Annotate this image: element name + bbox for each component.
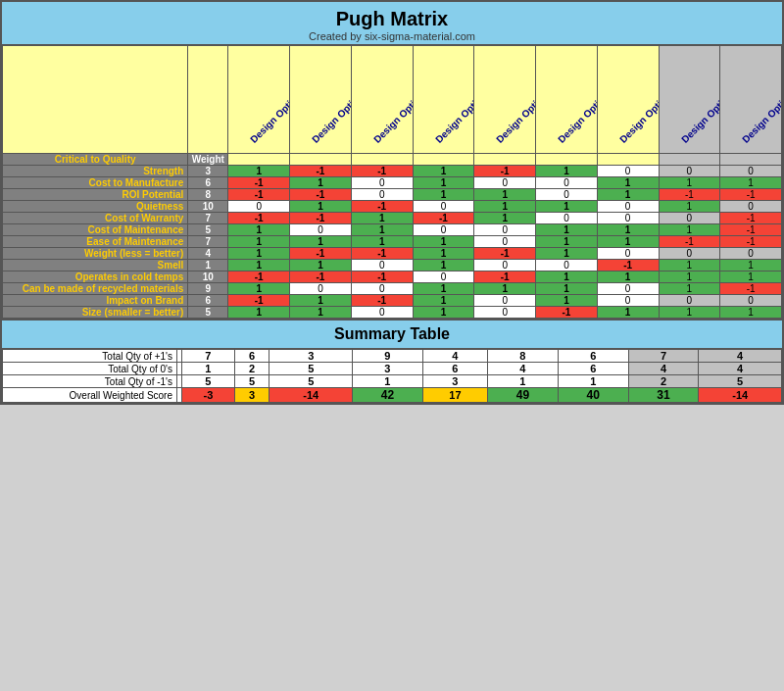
data-cell: 0: [536, 189, 598, 201]
data-cell: 0: [351, 260, 413, 271]
header-option-9: Design Option 9: [720, 46, 782, 154]
row-label-5: Cost of Maintenance: [3, 224, 188, 236]
row-weight-11: 6: [188, 295, 228, 307]
row-label-9: Operates in cold temps: [3, 271, 188, 283]
main-title: Pugh Matrix: [2, 8, 782, 30]
data-cell: 0: [597, 166, 659, 177]
summary-val-cell: 6: [422, 363, 487, 375]
data-cell: 0: [659, 295, 720, 307]
table-row: Strength31-1-11-11000: [3, 166, 782, 177]
table-row: Cost of Warranty7-1-11-11000-1: [3, 213, 782, 224]
summary-val-cell: -14: [270, 388, 353, 403]
data-cell: 1: [720, 307, 782, 319]
summary-label-0: Total Qty of +1's: [3, 350, 177, 363]
data-cell: 0: [597, 283, 659, 295]
row-weight-6: 7: [188, 236, 228, 248]
summary-val-cell: 49: [488, 388, 559, 403]
summary-label-3: Overall Weighted Score: [3, 388, 177, 403]
table-row: Quietness1001-1011010: [3, 201, 782, 213]
row-weight-9: 10: [188, 271, 228, 283]
data-cell: -1: [351, 248, 413, 260]
data-cell: 1: [659, 177, 720, 189]
data-cell: -1: [351, 271, 413, 283]
header-option-8: Design Option 8: [659, 46, 720, 154]
data-cell: 0: [720, 295, 782, 307]
row-label-1: Cost to Manufacture: [3, 177, 188, 189]
data-cell: 0: [228, 201, 290, 213]
data-cell: 0: [597, 201, 659, 213]
table-row: Ease of Maintenance71111011-1-1: [3, 236, 782, 248]
data-cell: 1: [474, 189, 536, 201]
summary-row: Total Qty of +1's763948674: [3, 350, 782, 363]
corner-cell: [3, 46, 188, 154]
data-cell: 1: [474, 201, 536, 213]
ctq-col-5: [474, 154, 536, 166]
summary-val-cell: 5: [234, 375, 270, 388]
data-cell: 1: [228, 307, 290, 319]
row-label-7: Weight (less = better): [3, 248, 188, 260]
data-cell: 1: [720, 260, 782, 271]
summary-val-cell: 1: [488, 375, 559, 388]
data-cell: 1: [597, 177, 659, 189]
summary-row: Overall Weighted Score-33-144217494031-1…: [3, 388, 782, 403]
row-weight-3: 10: [188, 201, 228, 213]
row-label-10: Can be made of recycled materials: [3, 283, 188, 295]
data-cell: -1: [351, 166, 413, 177]
summary-val-cell: 2: [628, 375, 699, 388]
data-cell: 1: [228, 236, 290, 248]
data-cell: 0: [474, 177, 536, 189]
data-cell: 0: [720, 201, 782, 213]
summary-val-cell: 6: [234, 350, 270, 363]
row-label-2: ROI Potential: [3, 189, 188, 201]
data-cell: 1: [290, 201, 352, 213]
data-cell: 0: [474, 260, 536, 271]
data-cell: -1: [290, 248, 352, 260]
data-cell: 1: [536, 236, 598, 248]
table-row: Can be made of recycled materials9100111…: [3, 283, 782, 295]
row-weight-0: 3: [188, 166, 228, 177]
summary-val-cell: 4: [699, 350, 782, 363]
data-cell: 0: [720, 248, 782, 260]
matrix-container: Design Option 1Design Option 2Design Opt…: [2, 45, 782, 319]
row-weight-1: 6: [188, 177, 228, 189]
row-weight-2: 8: [188, 189, 228, 201]
summary-label-2: Total Qty of -1's: [3, 375, 177, 388]
data-cell: 1: [413, 283, 474, 295]
data-cell: 0: [351, 189, 413, 201]
summary-title: Summary Table: [2, 319, 782, 349]
summary-val-cell: 7: [628, 350, 699, 363]
header-option-3: Design Option 3: [351, 46, 413, 154]
table-row: Smell1110100-111: [3, 260, 782, 271]
ctq-label: Critical to Quality: [3, 154, 188, 166]
data-cell: 1: [536, 201, 598, 213]
data-cell: 0: [413, 224, 474, 236]
data-cell: 1: [536, 166, 598, 177]
summary-val-cell: 4: [422, 350, 487, 363]
data-cell: 0: [536, 213, 598, 224]
data-cell: 0: [536, 260, 598, 271]
data-cell: 0: [474, 224, 536, 236]
data-cell: 0: [659, 213, 720, 224]
subtitle: Created by six-sigma-material.com: [2, 30, 782, 42]
data-cell: 1: [659, 224, 720, 236]
summary-val-cell: 5: [699, 375, 782, 388]
data-cell: -1: [659, 236, 720, 248]
header-option-7: Design Option 7: [597, 46, 659, 154]
data-cell: -1: [290, 189, 352, 201]
header-row: Design Option 1Design Option 2Design Opt…: [3, 46, 782, 154]
summary-row: Total Qty of -1's555131125: [3, 375, 782, 388]
data-cell: 1: [597, 224, 659, 236]
summary-val-cell: 4: [628, 363, 699, 375]
data-cell: 0: [720, 166, 782, 177]
data-cell: -1: [290, 213, 352, 224]
data-cell: 1: [290, 260, 352, 271]
data-cell: -1: [720, 283, 782, 295]
summary-label-1: Total Qty of 0's: [3, 363, 177, 375]
data-cell: 0: [351, 177, 413, 189]
summary-table: Total Qty of +1's763948674Total Qty of 0…: [2, 349, 782, 403]
summary-val-cell: 5: [270, 375, 353, 388]
data-cell: 1: [351, 236, 413, 248]
data-cell: 1: [597, 271, 659, 283]
data-cell: -1: [659, 189, 720, 201]
ctq-col-7: [597, 154, 659, 166]
